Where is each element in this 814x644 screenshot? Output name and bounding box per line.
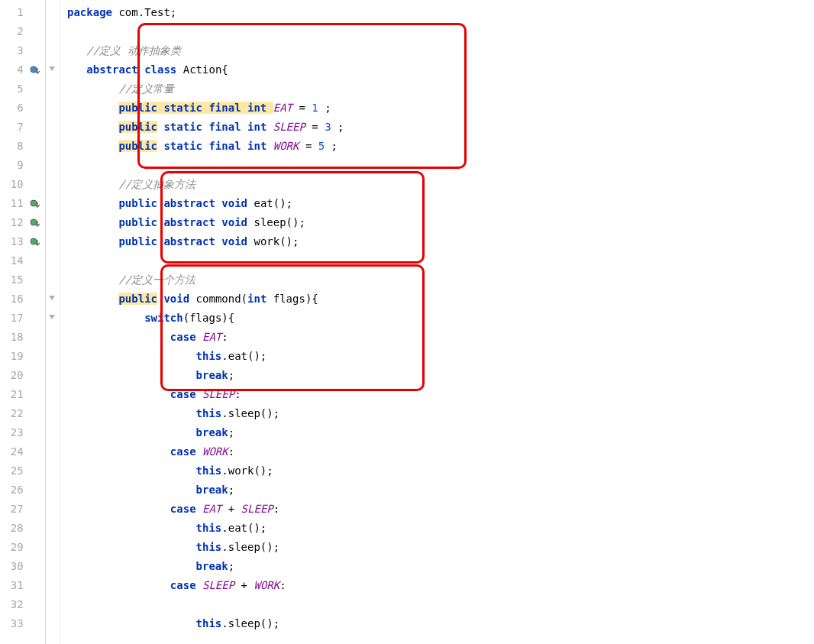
fold-gutter-line — [46, 22, 60, 41]
gutter-impl-down-green-icon[interactable] — [30, 195, 40, 214]
fold-gutter-line — [46, 423, 60, 442]
fold-gutter-line — [46, 557, 60, 576]
line-number[interactable]: 5 — [0, 79, 45, 99]
code-line[interactable]: public static final int WORK = 5 ; — [61, 137, 814, 156]
code-line[interactable]: break; — [61, 423, 814, 442]
code-line[interactable]: public void commond(int flags){ — [61, 290, 814, 309]
code-line[interactable]: break; — [61, 366, 814, 385]
fold-gutter-line — [46, 385, 60, 404]
fold-toggle-icon[interactable] — [46, 290, 56, 309]
line-number[interactable]: 12 — [0, 213, 45, 232]
fold-gutter-line — [46, 595, 60, 614]
code-line[interactable]: public static final int SLEEP = 3 ; — [61, 118, 814, 137]
line-number[interactable]: 1 — [0, 3, 45, 22]
line-number[interactable]: 13 — [0, 232, 45, 251]
code-line[interactable]: switch(flags){ — [61, 309, 814, 328]
code-line[interactable] — [61, 156, 814, 175]
code-line[interactable]: package com.Test; — [61, 3, 814, 22]
line-number[interactable]: 11 — [0, 194, 45, 213]
code-area[interactable]: package com.Test; //定义 动作抽象类 abstract cl… — [61, 0, 814, 644]
fold-gutter-line — [46, 99, 60, 118]
code-line[interactable]: public abstract void sleep(); — [61, 213, 814, 232]
fold-gutter-line — [46, 3, 60, 22]
line-number[interactable]: 27 — [0, 500, 45, 519]
fold-gutter[interactable] — [46, 0, 61, 644]
line-number-gutter[interactable]: 1 2 3 4 5 6 7 8 9 10 11 12 13 14 15 16 1… — [0, 0, 46, 644]
code-line[interactable]: this.sleep(); — [61, 538, 814, 557]
code-line[interactable] — [61, 22, 814, 41]
line-number[interactable]: 4 — [0, 60, 45, 79]
code-line[interactable]: break; — [61, 481, 814, 500]
line-number[interactable]: 31 — [0, 576, 45, 595]
fold-gutter-line — [46, 118, 60, 137]
fold-gutter-line — [46, 614, 60, 633]
code-line[interactable]: this.work(); — [61, 461, 814, 481]
line-number[interactable]: 6 — [0, 99, 45, 118]
code-editor[interactable]: 1 2 3 4 5 6 7 8 9 10 11 12 13 14 15 16 1… — [0, 0, 814, 644]
line-number[interactable]: 30 — [0, 557, 45, 576]
line-number[interactable]: 24 — [0, 442, 45, 461]
code-line[interactable]: public abstract void eat(); — [61, 194, 814, 213]
fold-gutter-line — [46, 500, 60, 519]
line-number[interactable]: 18 — [0, 328, 45, 347]
line-number[interactable]: 9 — [0, 156, 45, 175]
fold-gutter-line — [46, 366, 60, 385]
code-line[interactable]: case EAT + SLEEP: — [61, 500, 814, 519]
fold-gutter-line — [46, 576, 60, 595]
code-line[interactable]: this.eat(); — [61, 347, 814, 366]
code-line[interactable]: public abstract void work(); — [61, 232, 814, 251]
line-number[interactable]: 2 — [0, 22, 45, 41]
code-line[interactable]: public static final int EAT = 1 ; — [61, 99, 814, 118]
line-number[interactable]: 17 — [0, 309, 45, 328]
fold-gutter-line — [46, 41, 60, 60]
fold-gutter-line — [46, 481, 60, 500]
line-number[interactable]: 8 — [0, 137, 45, 156]
line-number[interactable]: 32 — [0, 595, 45, 614]
code-line[interactable]: //定义 动作抽象类 — [61, 41, 814, 60]
line-number[interactable]: 10 — [0, 175, 45, 194]
code-line[interactable]: case SLEEP: — [61, 385, 814, 404]
fold-gutter-line — [46, 461, 60, 481]
line-number[interactable]: 33 — [0, 614, 45, 633]
fold-gutter-line — [46, 137, 60, 156]
code-line[interactable]: this.eat(); — [61, 519, 814, 538]
gutter-override-down-blue-icon[interactable] — [30, 61, 40, 80]
line-number[interactable]: 29 — [0, 538, 45, 557]
line-number[interactable]: 7 — [0, 118, 45, 137]
line-number[interactable]: 16 — [0, 290, 45, 309]
gutter-impl-down-green-icon[interactable] — [30, 214, 40, 233]
code-line[interactable]: this.sleep(); — [61, 614, 814, 633]
line-number[interactable]: 19 — [0, 347, 45, 366]
line-number[interactable]: 15 — [0, 270, 45, 290]
fold-gutter-line — [46, 328, 60, 347]
line-number[interactable]: 22 — [0, 404, 45, 423]
code-line[interactable]: //定义抽象方法 — [61, 175, 814, 194]
code-line[interactable]: case SLEEP + WORK: — [61, 576, 814, 595]
line-number[interactable]: 21 — [0, 385, 45, 404]
code-line[interactable] — [61, 251, 814, 270]
line-number[interactable]: 28 — [0, 519, 45, 538]
fold-gutter-line — [46, 79, 60, 99]
fold-gutter-line — [46, 60, 60, 79]
line-number[interactable]: 23 — [0, 423, 45, 442]
fold-toggle-icon[interactable] — [46, 60, 56, 79]
gutter-impl-down-green-icon[interactable] — [30, 233, 40, 252]
code-line[interactable] — [61, 595, 814, 614]
line-number[interactable]: 25 — [0, 461, 45, 481]
code-line[interactable]: abstract class Action{ — [61, 60, 814, 79]
code-line[interactable]: this.sleep(); — [61, 404, 814, 423]
code-line[interactable]: //定义常量 — [61, 79, 814, 99]
fold-gutter-line — [46, 538, 60, 557]
fold-gutter-line — [46, 156, 60, 175]
code-line[interactable]: case WORK: — [61, 442, 814, 461]
fold-gutter-line — [46, 270, 60, 290]
code-line[interactable]: //定义一个方法 — [61, 270, 814, 290]
line-number[interactable]: 14 — [0, 251, 45, 270]
line-number[interactable]: 20 — [0, 366, 45, 385]
code-line[interactable]: case EAT: — [61, 328, 814, 347]
code-line[interactable]: break; — [61, 557, 814, 576]
line-number[interactable]: 3 — [0, 41, 45, 60]
fold-gutter-line — [46, 442, 60, 461]
fold-toggle-icon[interactable] — [46, 309, 56, 328]
line-number[interactable]: 26 — [0, 481, 45, 500]
